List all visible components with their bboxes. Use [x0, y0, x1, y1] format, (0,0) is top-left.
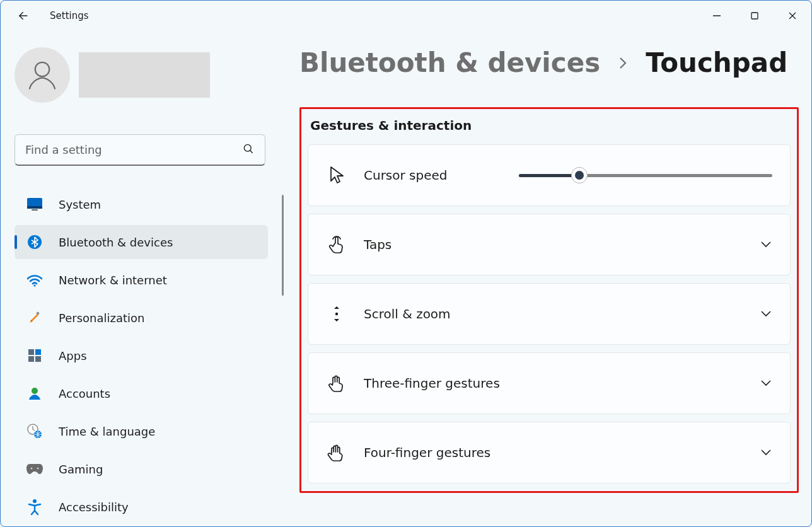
row-taps[interactable]: Taps [308, 214, 791, 275]
close-button[interactable] [774, 1, 811, 31]
chevron-down-icon [760, 447, 772, 459]
svg-point-1 [35, 62, 50, 77]
svg-point-18 [33, 499, 37, 503]
slider-fill [519, 174, 579, 177]
sidebar-item-label: Apps [59, 349, 87, 362]
svg-rect-9 [28, 349, 34, 355]
svg-point-7 [33, 284, 35, 286]
left-column: System Bluetooth & devices Network & int… [14, 43, 272, 524]
nav-scrollbar[interactable] [282, 195, 284, 296]
scroll-icon [326, 303, 347, 325]
gamepad-icon [26, 460, 44, 478]
sidebar-item-label: Time & language [59, 425, 155, 438]
gestures-section-highlight: Gestures & interaction Cursor speed Taps [299, 107, 799, 493]
minimize-button[interactable] [698, 1, 736, 31]
breadcrumb-parent[interactable]: Bluetooth & devices [299, 47, 600, 78]
breadcrumb-current: Touchpad [646, 47, 787, 78]
chevron-down-icon [760, 378, 772, 390]
svg-rect-4 [27, 206, 42, 209]
sidebar-item-bluetooth[interactable]: Bluetooth & devices [14, 225, 268, 259]
chevron-right-icon [617, 54, 629, 76]
svg-point-17 [37, 468, 39, 470]
sidebar-item-gaming[interactable]: Gaming [14, 452, 268, 486]
sidebar-item-label: System [59, 198, 101, 211]
sidebar-item-label: Accounts [59, 387, 110, 400]
row-four-finger[interactable]: Four-finger gestures [308, 422, 791, 484]
hand-icon [326, 442, 347, 463]
svg-rect-8 [36, 311, 40, 315]
svg-rect-10 [35, 349, 41, 355]
wifi-icon [26, 271, 44, 289]
cursor-speed-slider[interactable] [519, 166, 772, 184]
main-content: Bluetooth & devices Touchpad Gestures & … [299, 47, 799, 493]
sidebar-item-label: Accessibility [59, 501, 129, 514]
clock-globe-icon [26, 422, 44, 440]
sidebar-item-network[interactable]: Network & internet [14, 263, 268, 297]
nav: System Bluetooth & devices Network & int… [14, 187, 272, 524]
window-controls [698, 1, 811, 31]
cursor-icon [326, 165, 347, 186]
svg-rect-5 [32, 209, 38, 211]
hand-icon [326, 373, 347, 394]
apps-icon [26, 347, 44, 364]
sidebar-item-accessibility[interactable]: Accessibility [14, 490, 268, 524]
svg-point-19 [335, 313, 338, 315]
row-label: Cursor speed [364, 168, 448, 183]
svg-point-13 [32, 388, 38, 394]
sidebar-item-apps[interactable]: Apps [14, 339, 268, 373]
sidebar-item-label: Personalization [59, 311, 144, 325]
search-icon [242, 142, 255, 158]
section-title: Gestures & interaction [308, 118, 791, 133]
tap-icon [326, 234, 347, 255]
profile-name-placeholder [79, 52, 210, 98]
profile-block[interactable] [14, 43, 272, 107]
search-input[interactable] [25, 143, 242, 156]
row-cursor-speed: Cursor speed [308, 144, 791, 206]
slider-track [519, 174, 772, 177]
svg-rect-12 [35, 356, 41, 362]
sidebar-item-time[interactable]: Time & language [14, 414, 268, 448]
search-box[interactable] [14, 134, 265, 166]
sidebar-item-label: Gaming [59, 463, 103, 476]
svg-rect-11 [28, 356, 34, 362]
row-label: Taps [364, 237, 392, 252]
row-label: Four-finger gestures [364, 445, 490, 460]
sidebar-item-label: Network & internet [59, 274, 167, 287]
row-label: Three-finger gestures [364, 376, 500, 391]
sidebar-item-system[interactable]: System [14, 187, 268, 221]
bluetooth-icon [26, 233, 44, 251]
chevron-down-icon [760, 239, 772, 251]
back-button[interactable] [11, 4, 33, 27]
accounts-icon [26, 385, 44, 402]
breadcrumb: Bluetooth & devices Touchpad [299, 47, 799, 78]
svg-point-16 [31, 468, 33, 470]
maximize-button[interactable] [736, 1, 774, 31]
slider-thumb[interactable] [571, 167, 588, 183]
system-icon [26, 195, 44, 213]
row-label: Scroll & zoom [364, 306, 451, 321]
titlebar: Settings [1, 1, 811, 31]
row-scroll-zoom[interactable]: Scroll & zoom [308, 283, 791, 345]
svg-rect-0 [751, 13, 758, 19]
chevron-down-icon [760, 308, 772, 320]
paintbrush-icon [26, 309, 44, 327]
sidebar-item-accounts[interactable]: Accounts [14, 376, 268, 410]
app-title: Settings [50, 10, 89, 21]
accessibility-icon [26, 498, 44, 516]
sidebar-item-personalization[interactable]: Personalization [14, 301, 268, 335]
row-three-finger[interactable]: Three-finger gestures [308, 352, 791, 414]
sidebar-item-label: Bluetooth & devices [59, 236, 173, 249]
avatar [14, 47, 70, 103]
